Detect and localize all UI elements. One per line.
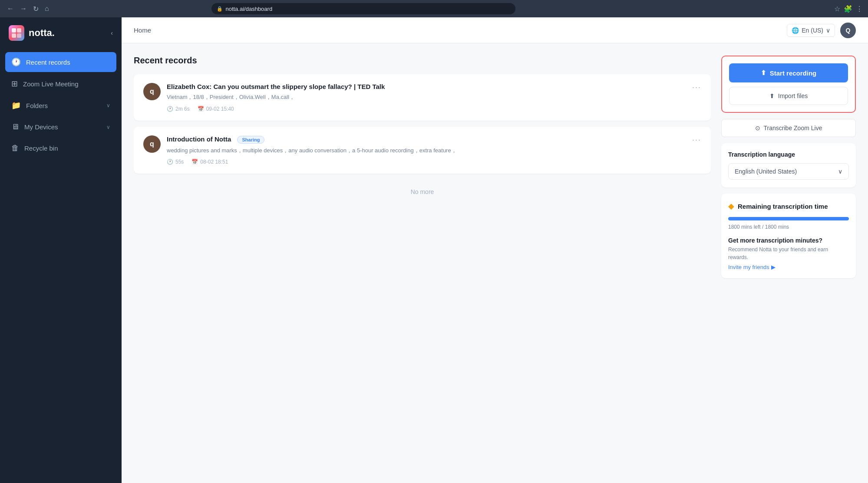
invite-link[interactable]: Invite my friends ▶ <box>728 264 849 270</box>
date-meta-2: 📅 08-02 18:51 <box>191 159 228 165</box>
zoom-live-icon: ⊞ <box>11 79 18 89</box>
calendar-icon-1: 📅 <box>198 106 204 112</box>
sidebar-item-recent-records[interactable]: 🕐 Recent records <box>5 52 116 72</box>
logo-text: notta. <box>29 27 55 39</box>
svg-rect-1 <box>17 28 21 33</box>
sidebar-item-my-devices[interactable]: 🖥 My Devices ∨ <box>5 117 116 137</box>
arrow-right-icon: ▶ <box>771 264 776 270</box>
duration-text-2: 55s <box>175 159 184 165</box>
lang-dropdown-icon: ∨ <box>838 168 842 175</box>
duration-meta-2: 🕐 55s <box>167 159 184 165</box>
forward-button[interactable]: → <box>18 4 29 13</box>
address-bar[interactable]: 🔒 notta.ai/dashboard <box>211 3 515 14</box>
action-box: ⬆ Start recording ⬆ Import files <box>721 56 856 113</box>
record-more-button-2[interactable]: ··· <box>692 135 701 145</box>
home-button[interactable]: ⌂ <box>43 4 51 13</box>
breadcrumb: Home <box>134 26 151 34</box>
nav-buttons: ← → ↻ ⌂ <box>5 4 51 14</box>
recent-records-icon: 🕐 <box>11 57 21 67</box>
record-meta-2: 🕐 55s 📅 08-02 18:51 <box>167 159 686 165</box>
date-meta-1: 📅 09-02 15:40 <box>198 106 234 112</box>
collapse-button[interactable]: ‹ <box>111 30 113 36</box>
record-title-1[interactable]: Elizabeth Cox: Can you outsmart the slip… <box>167 83 686 90</box>
clock-icon-1: 🕐 <box>167 106 173 112</box>
top-bar: Home 🌐 En (US) ∨ Q <box>122 17 868 43</box>
mic-icon: ⬆ <box>761 69 766 77</box>
back-button[interactable]: ← <box>5 4 16 13</box>
globe-icon: 🌐 <box>792 27 799 34</box>
folders-icon: 📁 <box>11 101 21 110</box>
app-container: notta. ‹ 🕐 Recent records ⊞ Zoom Live Me… <box>0 17 868 483</box>
logo-icon <box>9 25 24 41</box>
sidebar-item-zoom-live-meeting[interactable]: ⊞ Zoom Live Meeting <box>5 74 116 94</box>
browser-chrome: ← → ↻ ⌂ 🔒 notta.ai/dashboard ☆ 🧩 ⋮ <box>0 0 868 17</box>
language-selector[interactable]: 🌐 En (US) ∨ <box>787 24 835 37</box>
browser-actions: ☆ 🧩 ⋮ <box>834 5 863 13</box>
sharing-badge: Sharing <box>237 136 264 144</box>
sidebar-item-recycle-bin[interactable]: 🗑 Recycle bin <box>5 138 116 158</box>
transcription-time-panel: ◆ Remaining transcription time 1800 mins… <box>721 194 856 278</box>
sidebar-item-label-recycle-bin: Recycle bin <box>24 145 110 152</box>
sidebar-item-label-my-devices: My Devices <box>24 123 101 131</box>
section-title: Recent records <box>134 56 711 66</box>
record-card-2: q Introduction of Notta Sharing wedding … <box>134 127 711 174</box>
upload-icon: ⬆ <box>769 92 775 99</box>
sidebar-item-label-recent-records: Recent records <box>26 59 110 66</box>
record-avatar-2: q <box>143 135 161 153</box>
extensions-button[interactable]: 🧩 <box>844 5 852 13</box>
sidebar-item-folders[interactable]: 📁 Folders ∨ <box>5 95 116 115</box>
record-avatar-1: q <box>143 83 161 100</box>
content-area: Recent records q Elizabeth Cox: Can you … <box>122 43 868 483</box>
top-bar-right: 🌐 En (US) ∨ Q <box>787 23 856 38</box>
import-files-button[interactable]: ⬆ Import files <box>729 87 848 105</box>
record-desc-1: Vietnam，18/8，President，Olivia.Well，Ma.ca… <box>167 93 686 102</box>
sidebar-item-label-zoom: Zoom Live Meeting <box>23 80 110 88</box>
transcribe-zoom-button[interactable]: ⊙ Transcribe Zoom Live <box>721 119 856 137</box>
main-content: Home 🌐 En (US) ∨ Q Recent records q El <box>122 17 868 483</box>
date-text-2: 08-02 18:51 <box>200 159 228 165</box>
record-card-1: q Elizabeth Cox: Can you outsmart the sl… <box>134 74 711 121</box>
duration-meta-1: 🕐 2m 6s <box>167 106 190 112</box>
invite-section: Get more transcription minutes? Recommen… <box>728 237 849 270</box>
refresh-button[interactable]: ↻ <box>31 4 40 14</box>
svg-rect-0 <box>12 28 16 33</box>
transcription-header: ◆ Remaining transcription time <box>728 201 849 211</box>
date-text-1: 09-02 15:40 <box>206 106 234 112</box>
language-panel: Transcription language English (United S… <box>721 143 856 187</box>
record-desc-2: wedding pictures and marks，multiple devi… <box>167 146 686 155</box>
lock-icon: 🔒 <box>217 6 223 12</box>
record-body-2: Introduction of Notta Sharing wedding pi… <box>167 135 686 165</box>
diamond-icon: ◆ <box>728 201 734 211</box>
no-more-label: No more <box>134 180 711 204</box>
menu-button[interactable]: ⋮ <box>856 5 863 13</box>
progress-bar-fill <box>728 217 849 220</box>
lang-chevron-icon: ∨ <box>826 27 830 34</box>
my-devices-icon: 🖥 <box>11 122 19 131</box>
duration-text-1: 2m 6s <box>175 106 190 112</box>
sidebar-item-label-folders: Folders <box>26 102 101 109</box>
language-label: En (US) <box>802 27 823 34</box>
calendar-icon-2: 📅 <box>191 159 198 165</box>
get-more-title: Get more transcription minutes? <box>728 237 849 244</box>
record-more-button-1[interactable]: ··· <box>692 83 701 92</box>
record-body-1: Elizabeth Cox: Can you outsmart the slip… <box>167 83 686 112</box>
sidebar-header: notta. ‹ <box>0 17 122 49</box>
record-meta-1: 🕐 2m 6s 📅 09-02 15:40 <box>167 106 686 112</box>
remaining-time-title: Remaining transcription time <box>738 203 828 210</box>
right-panel: ⬆ Start recording ⬆ Import files ⊙ Trans… <box>721 56 856 471</box>
get-more-desc: Recommend Notta to your friends and earn… <box>728 246 849 261</box>
start-recording-button[interactable]: ⬆ Start recording <box>729 63 848 82</box>
language-select[interactable]: English (United States) ∨ <box>728 163 849 180</box>
sidebar-nav: 🕐 Recent records ⊞ Zoom Live Meeting 📁 F… <box>0 49 122 483</box>
recycle-bin-icon: 🗑 <box>11 144 19 153</box>
zoom-icon: ⊙ <box>755 125 760 131</box>
svg-rect-2 <box>12 33 16 38</box>
folders-arrow-icon: ∨ <box>106 102 110 108</box>
progress-text: 1800 mins left / 1800 mins <box>728 224 849 230</box>
record-title-2[interactable]: Introduction of Notta Sharing <box>167 135 686 144</box>
language-option-text: English (United States) <box>735 168 797 175</box>
avatar[interactable]: Q <box>840 23 856 38</box>
transcription-language-title: Transcription language <box>728 151 849 158</box>
star-button[interactable]: ☆ <box>834 5 840 13</box>
sidebar: notta. ‹ 🕐 Recent records ⊞ Zoom Live Me… <box>0 17 122 483</box>
